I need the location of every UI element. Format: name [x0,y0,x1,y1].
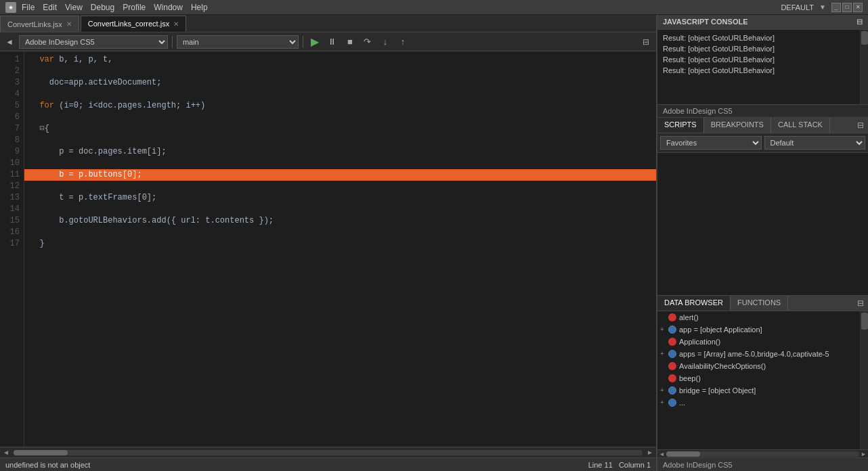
js-console-title: JAVASCRIPT CONSOLE [663,18,748,26]
minimize-button[interactable]: _ [831,3,841,12]
scripts-content[interactable] [657,153,868,295]
line-num-17: 17 [4,238,20,250]
main-dropdown[interactable]: main [177,35,299,49]
default-dropdown[interactable]: Default [764,136,866,150]
step-over-button[interactable]: ↷ [360,35,375,49]
target-dropdown[interactable]: Adobe InDesign CS5 [19,35,168,49]
line-num-8: 8 [4,135,20,146]
tab-convertlinks[interactable]: ConvertLinks.jsx ✕ [0,16,79,32]
code-content[interactable]: var b, i, p, t, doc=app.activeDocument; … [24,51,656,447]
code-line-8 [30,135,651,146]
profile-dropdown-icon[interactable]: ▼ [819,3,826,11]
collapse-editor-icon[interactable]: ⊟ [638,36,653,48]
bottom-panel-tabs: DATA BROWSER FUNCTIONS ⊟ [657,296,868,311]
expand-icon-more: + [660,397,668,408]
statusbar: undefined is not an object Line 11 Colum… [0,457,656,471]
menu-debug[interactable]: Debug [91,3,114,12]
code-line-9: p = doc.pages.item[i]; [30,146,651,158]
line-num-1: 1 [4,54,20,66]
close-button[interactable]: ✕ [853,3,863,12]
code-line-17: } [30,238,651,250]
data-item-availability[interactable]: AvailabilityCheckOptions() [657,360,868,372]
maximize-button[interactable]: □ [842,3,852,12]
item-icon-alert [668,313,676,321]
js-console-collapse[interactable]: ⊟ [856,18,863,26]
right-panel: JAVASCRIPT CONSOLE ⊟ Result: [object Got… [657,15,868,471]
expand-icon-beep [660,373,668,384]
code-line-11: b = p.buttons[0]; [24,169,656,181]
run-button[interactable]: ▶ [307,35,322,49]
editor-hscroll[interactable]: ◄ ► [0,447,656,457]
line-num-9: 9 [4,146,20,158]
favorites-dropdown[interactable]: Favorites [660,136,762,150]
expand-icon-application [660,336,668,347]
menu-help[interactable]: Help [191,3,208,12]
hscroll-right-db[interactable]: ► [861,451,867,457]
data-browser-hscroll[interactable]: ◄ ► [657,449,868,457]
line-num-7: 7 [4,123,20,135]
tab-callstack[interactable]: CALL STACK [771,118,830,133]
tab-convertlinks-correct[interactable]: ConvertLinks_correct.jsx ✕ [81,16,186,32]
error-message: undefined is not an object [5,461,90,469]
step-into-button[interactable]: ↓ [378,35,393,49]
cursor-position: Line 11 Column 1 [588,461,651,469]
panel-collapse-icon[interactable]: ⊟ [853,118,868,133]
line-num-12: 12 [4,181,20,192]
tab-breakpoints[interactable]: BREAKPOINTS [704,118,771,133]
console-line-4: Result: [object GotoURLBehavior] [663,65,863,76]
item-icon-beep [668,374,676,382]
tab-label-convertlinks-correct: ConvertLinks_correct.jsx [88,20,169,28]
window-controls: _ □ ✕ [831,3,863,12]
tab-data-browser[interactable]: DATA BROWSER [657,296,731,311]
data-browser-content[interactable]: alert() + app = [object Application] App… [657,311,868,449]
data-item-alert[interactable]: alert() [657,311,868,323]
panel-tabs: SCRIPTS BREAKPOINTS CALL STACK ⊟ [657,118,868,133]
menu-edit[interactable]: Edit [43,3,57,12]
tab-close-convertlinks-correct[interactable]: ✕ [173,20,179,28]
item-text-bridge: bridge = [object Object] [679,385,865,396]
data-item-apps[interactable]: + apps = [Array] ame-5.0,bridge-4.0,capt… [657,348,868,360]
data-item-application[interactable]: Application() [657,336,868,348]
menu-window[interactable]: Window [154,3,183,12]
item-icon-app [668,326,676,334]
bottom-adobe-label: Adobe InDesign CS5 [657,457,868,471]
app-icon: ★ [5,2,16,13]
hscroll-thumb[interactable] [14,450,68,455]
data-item-more[interactable]: + ... [657,397,868,409]
console-scrollbar[interactable] [860,30,868,104]
expand-icon-bridge: + [660,385,668,396]
line-num-6: 6 [4,112,20,123]
toolbar-divider-2 [303,36,303,48]
data-item-app[interactable]: + app = [object Application] [657,323,868,336]
expand-icon-alert [660,312,668,323]
tab-scripts[interactable]: SCRIPTS [657,118,704,133]
item-icon-apps [668,350,676,358]
nav-back-icon[interactable]: ◄ [3,36,16,48]
item-text-alert: alert() [679,312,865,323]
hscroll-left[interactable]: ◄ [0,449,12,456]
js-console: JAVASCRIPT CONSOLE ⊟ Result: [object Got… [657,15,868,105]
hscroll-left-db[interactable]: ◄ [659,451,665,457]
console-line-3: Result: [object GotoURLBehavior] [663,54,863,65]
data-item-bridge[interactable]: + bridge = [object Object] [657,384,868,397]
data-browser-vscroll[interactable] [860,311,868,449]
pause-button[interactable]: ⏸ [325,35,340,49]
hscroll-track[interactable] [14,450,643,455]
step-out-button[interactable]: ↑ [395,35,410,49]
hscroll-track-db[interactable] [666,451,859,457]
line-indicator: Line 11 [588,461,613,469]
menu-profile[interactable]: Profile [123,3,146,12]
js-console-body[interactable]: Result: [object GotoURLBehavior] Result:… [657,30,868,104]
tab-functions[interactable]: FUNCTIONS [731,296,788,311]
code-line-7: ⊟{ [30,123,651,135]
stop-button[interactable]: ■ [343,35,357,49]
hscroll-right[interactable]: ► [644,449,656,456]
bottom-collapse-icon[interactable]: ⊟ [853,296,868,311]
hscroll-thumb-db[interactable] [666,451,700,457]
menu-view[interactable]: View [65,3,83,12]
tab-close-convertlinks[interactable]: ✕ [66,20,72,28]
code-line-6 [30,112,651,123]
menu-file[interactable]: File [22,3,35,12]
expand-icon-app: + [660,324,668,335]
data-item-beep[interactable]: beep() [657,372,868,384]
